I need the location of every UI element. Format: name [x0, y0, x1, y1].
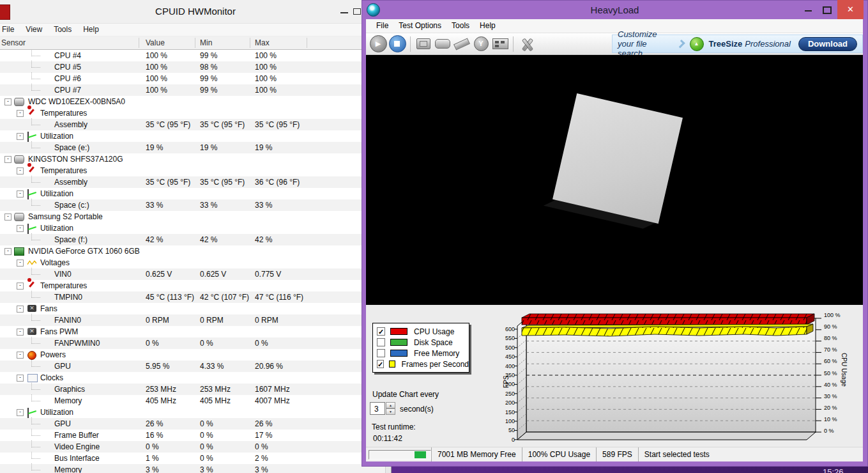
menu-item-view[interactable]: View [20, 24, 48, 36]
menu-item-file[interactable]: File [0, 24, 20, 36]
column-divider[interactable] [195, 38, 195, 48]
expand-toggle-icon[interactable]: - [17, 133, 24, 140]
sensor-row[interactable]: -Utilization [0, 188, 391, 199]
sensor-row[interactable]: Graphics253 MHz253 MHz1607 MHz [0, 384, 391, 395]
sensor-row[interactable]: -Powers [0, 349, 391, 361]
hwmonitor-window: CPUID HWMonitor FileViewToolsHelp Sensor… [0, 0, 391, 473]
stepper-down-icon[interactable]: ▼ [386, 408, 395, 415]
settings-button[interactable] [517, 35, 536, 53]
sensor-row[interactable]: GPU26 %0 %26 % [0, 418, 391, 430]
tree-connector [31, 199, 40, 206]
column-sensor[interactable]: Sensor [1, 38, 26, 47]
sensor-row[interactable]: Bus Interface1 %0 %2 % [0, 453, 391, 464]
download-button[interactable]: Download [798, 37, 857, 51]
expand-toggle-icon[interactable]: - [4, 156, 11, 163]
sensor-row[interactable]: Space (f:)42 %42 %42 % [0, 234, 391, 245]
memory-test-button[interactable] [452, 35, 471, 53]
sensor-row[interactable]: Memory405 MHz405 MHz4007 MHz [0, 395, 391, 407]
sensor-row[interactable]: Space (e:)19 %19 %19 % [0, 142, 391, 153]
column-min[interactable]: Min [200, 38, 212, 47]
sensor-label: Temperatures [40, 166, 87, 175]
expand-toggle-icon[interactable]: - [17, 260, 24, 267]
sensor-row[interactable]: -Voltages [0, 257, 391, 268]
sensor-row[interactable]: -Clocks [0, 372, 391, 384]
sensor-row[interactable]: CPU #6100 %99 %100 % [0, 73, 391, 84]
expand-toggle-icon[interactable]: - [4, 248, 11, 255]
timer-button[interactable]: Y [471, 35, 491, 53]
hwmonitor-titlebar[interactable]: CPUID HWMonitor [0, 0, 391, 24]
sensor-row[interactable]: Memory3 %3 %3 % [0, 464, 391, 473]
sensor-row[interactable]: -KINGSTON SHFS37A120G [0, 153, 391, 165]
expand-toggle-icon[interactable]: - [17, 190, 24, 198]
sensor-row[interactable]: -Temperatures [0, 280, 391, 291]
expand-toggle-icon[interactable]: - [17, 283, 24, 290]
expand-toggle-icon[interactable]: - [17, 352, 24, 359]
minimize-icon[interactable] [340, 12, 348, 13]
expand-toggle-icon[interactable]: - [4, 213, 11, 221]
sensor-row[interactable]: Assembly35 °C (95 °F)35 °C (95 °F)36 °C … [0, 176, 391, 188]
sensor-row[interactable]: CPU #7100 %99 %100 % [0, 84, 391, 96]
sensor-row[interactable]: TMPIN045 °C (113 °F)42 °C (107 °F)47 °C … [0, 291, 391, 303]
expand-toggle-icon[interactable]: - [17, 167, 24, 174]
sensor-min: 98 % [200, 63, 217, 72]
expand-toggle-icon[interactable]: - [17, 329, 24, 336]
menu-item-test-options[interactable]: Test Options [393, 19, 446, 33]
column-max[interactable]: Max [255, 38, 270, 47]
maximize-icon[interactable] [353, 8, 361, 15]
heavyload-titlebar[interactable]: HeavyLoad ✕ [362, 0, 868, 19]
expand-toggle-icon[interactable]: - [17, 306, 24, 313]
minimize-icon[interactable] [805, 10, 812, 12]
expand-toggle-icon[interactable]: - [17, 110, 24, 117]
column-value[interactable]: Value [146, 38, 165, 47]
menu-item-file[interactable]: File [371, 19, 393, 33]
sensor-row[interactable]: -Utilization [0, 407, 391, 418]
sensor-max: 19 % [255, 143, 272, 152]
expand-toggle-icon[interactable]: - [17, 409, 24, 416]
sensor-row[interactable]: CPU #4100 %99 %100 % [0, 50, 391, 61]
sensor-row[interactable]: -Temperatures [0, 165, 391, 176]
sensor-row[interactable]: Video Engine0 %0 %0 % [0, 441, 391, 453]
treesize-ad-banner[interactable]: Customize your file search ▲ TreeSize Pr… [612, 35, 863, 53]
sensor-row[interactable]: Frame Buffer16 %0 %17 % [0, 430, 391, 441]
column-divider[interactable] [139, 38, 139, 48]
menu-item-help[interactable]: Help [77, 24, 105, 36]
menu-item-help[interactable]: Help [475, 19, 501, 33]
sensor-row[interactable]: -Utilization [0, 130, 391, 142]
expand-toggle-icon[interactable]: - [4, 98, 11, 105]
sensor-row[interactable]: -Temperatures [0, 107, 391, 119]
legend-checkbox[interactable] [377, 338, 385, 346]
gpu-test-button[interactable] [491, 35, 510, 53]
menu-item-tools[interactable]: Tools [446, 19, 475, 33]
sensor-row[interactable]: -NVIDIA GeForce GTX 1060 6GB [0, 245, 391, 257]
sensor-row[interactable]: -Utilization [0, 222, 391, 234]
disk-test-button[interactable] [433, 35, 452, 53]
column-divider[interactable] [250, 38, 250, 48]
sensor-row[interactable]: GPU5.95 %4.33 %20.96 % [0, 361, 391, 372]
expand-toggle-icon[interactable]: - [17, 225, 24, 232]
stop-test-button[interactable] [388, 35, 407, 53]
sensor-row[interactable]: Space (c:)33 %33 %33 % [0, 199, 391, 211]
column-divider[interactable] [307, 38, 307, 48]
legend-checkbox[interactable]: ✓ [377, 360, 384, 368]
sensor-row[interactable]: -Samsung S2 Portable [0, 211, 391, 222]
expand-toggle-icon[interactable]: - [17, 375, 24, 382]
stepper-up-icon[interactable]: ▲ [386, 402, 395, 408]
sensor-row[interactable]: CPU #5100 %98 %100 % [0, 61, 391, 73]
menu-item-tools[interactable]: Tools [48, 24, 77, 36]
sensor-row[interactable]: Assembly35 °C (95 °F)35 °C (95 °F)35 °C … [0, 119, 391, 130]
sensor-row[interactable]: -Fans PWM [0, 326, 391, 337]
sensor-label: FANPWMIN0 [54, 339, 100, 348]
legend-checkbox[interactable]: ✓ [377, 327, 385, 336]
cpu-test-button[interactable] [414, 35, 433, 53]
sensor-table-header[interactable]: Sensor Value Min Max [0, 36, 391, 50]
sensor-row[interactable]: VIN00.625 V0.625 V0.775 V [0, 268, 391, 280]
start-test-button[interactable]: ▶ [369, 35, 388, 53]
sensor-row[interactable]: FANPWMIN00 %0 %0 % [0, 337, 391, 349]
sensor-row[interactable]: -Fans [0, 303, 391, 314]
interval-input[interactable]: 3 [370, 402, 385, 415]
maximize-icon[interactable] [823, 6, 832, 14]
sensor-row[interactable]: FANIN00 RPM0 RPM0 RPM [0, 314, 391, 326]
sensor-row[interactable]: -WDC WD10EZEX-00BN5A0 [0, 96, 391, 107]
legend-checkbox[interactable] [377, 349, 385, 357]
close-icon[interactable]: ✕ [837, 0, 864, 19]
